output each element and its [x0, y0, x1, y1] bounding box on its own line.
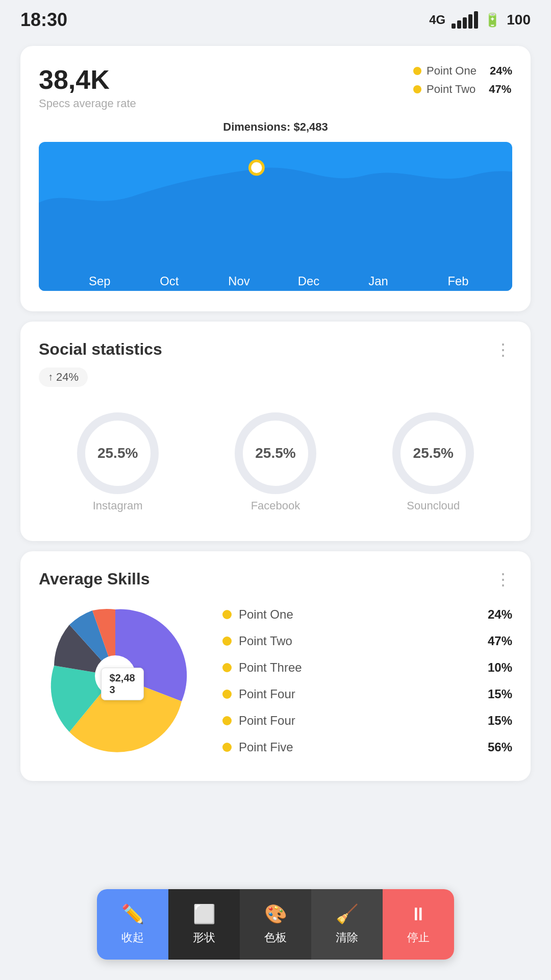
- circle-pct-instagram: 25.5%: [97, 445, 138, 461]
- chart-card: 38,4K Specs average rate Point One 24% P…: [20, 46, 531, 311]
- legend-value-point-one: 24%: [490, 64, 512, 78]
- pie-tooltip: $2,483: [101, 668, 144, 700]
- circle-instagram: 25.5% Instagram: [77, 412, 159, 512]
- circle-facebook: 25.5% Facebook: [235, 412, 316, 512]
- skills-legend-point-three: Point Three 10%: [222, 660, 512, 675]
- skills-dot-point-two: [222, 636, 232, 646]
- svg-text:Oct: Oct: [160, 274, 179, 288]
- skills-dot-point-one: [222, 610, 232, 619]
- eraser-icon: 🧹: [336, 903, 359, 925]
- social-stats-card: Social statistics ⋮ ↑ 24% 25.5% Instagra…: [20, 322, 531, 541]
- battery-percent: 100: [507, 12, 531, 28]
- wave-chart: Sep Oct Nov Dec Jan Feb: [39, 142, 512, 291]
- legend-item-point-two: Point Two 47%: [413, 83, 511, 96]
- bottom-toolbar: ✏️ 收起 ⬜ 形状 🎨 色板 🧹 清除 ⏸ 停止: [97, 889, 454, 960]
- skills-dot-point-five: [222, 743, 232, 752]
- skills-legend-point-four-a: Point Four 15%: [222, 687, 512, 701]
- chart-subtitle: Specs average rate: [39, 97, 136, 110]
- chart-main-info: 38,4K Specs average rate: [39, 64, 136, 110]
- social-title: Social statistics: [39, 340, 162, 359]
- social-badge: ↑ 24%: [39, 368, 88, 387]
- circle-label-instagram: Instagram: [93, 499, 143, 512]
- circle-pct-soundcloud: 25.5%: [413, 445, 454, 461]
- status-bar: 18:30 4G 🔋 100: [0, 0, 551, 36]
- skills-label-point-one: Point One: [239, 607, 481, 622]
- battery-icon: 🔋: [484, 12, 500, 28]
- palette-icon: 🎨: [264, 903, 287, 925]
- skills-more-menu[interactable]: ⋮: [495, 570, 512, 589]
- palette-button[interactable]: 🎨 色板: [240, 889, 311, 960]
- legend-dot-point-two: [413, 85, 421, 93]
- skills-legend: Point One 24% Point Two 47% Point Three …: [222, 607, 512, 754]
- skills-value-point-two: 47%: [488, 634, 512, 648]
- shape-button[interactable]: ⬜ 形状: [168, 889, 240, 960]
- legend-dot-point-one: [413, 67, 421, 75]
- social-badge-value: 24%: [56, 371, 79, 384]
- shape-label: 形状: [193, 930, 215, 945]
- status-right: 4G 🔋 100: [429, 11, 531, 29]
- skills-label-point-two: Point Two: [239, 634, 481, 648]
- collapse-icon: ✏️: [121, 903, 144, 925]
- stop-button[interactable]: ⏸ 停止: [383, 889, 454, 960]
- skills-value-point-five: 56%: [488, 740, 512, 754]
- legend-value-point-two: 47%: [489, 83, 511, 96]
- skills-title-row: Average Skills ⋮: [39, 570, 512, 589]
- skills-label-point-three: Point Three: [239, 660, 481, 675]
- skills-title: Average Skills: [39, 570, 150, 589]
- svg-text:Sep: Sep: [89, 274, 110, 288]
- skills-value-point-four-a: 15%: [488, 687, 512, 701]
- palette-label: 色板: [264, 930, 287, 945]
- status-time: 18:30: [20, 9, 67, 31]
- skills-legend-point-one: Point One 24%: [222, 607, 512, 622]
- skills-value-point-four-b: 15%: [488, 714, 512, 728]
- legend-label-point-one: Point One: [427, 64, 477, 78]
- shape-icon: ⬜: [193, 903, 216, 925]
- svg-text:Dec: Dec: [298, 274, 319, 288]
- legend-item-point-one: Point One 24%: [413, 64, 512, 78]
- skills-dot-point-three: [222, 663, 232, 672]
- skills-label-point-four-a: Point Four: [239, 687, 481, 701]
- circle-ring-facebook: 25.5%: [235, 412, 316, 494]
- circle-soundcloud: 25.5% Souncloud: [392, 412, 474, 512]
- skills-label-point-five: Point Five: [239, 740, 481, 754]
- social-more-menu[interactable]: ⋮: [495, 340, 512, 359]
- circle-pct-facebook: 25.5%: [255, 445, 295, 461]
- circle-label-facebook: Facebook: [251, 499, 300, 512]
- svg-text:Feb: Feb: [447, 274, 468, 288]
- clear-label: 清除: [336, 930, 358, 945]
- collapse-label: 收起: [121, 930, 144, 945]
- collapse-button[interactable]: ✏️ 收起: [97, 889, 168, 960]
- circle-label-soundcloud: Souncloud: [407, 499, 460, 512]
- social-circles: 25.5% Instagram 25.5% Facebook 25.5% Sou…: [39, 407, 512, 523]
- stop-label: 停止: [407, 930, 430, 945]
- clear-button[interactable]: 🧹 清除: [311, 889, 383, 960]
- social-title-row: Social statistics ⋮: [39, 340, 512, 359]
- skills-dot-point-four-b: [222, 716, 232, 725]
- skills-label-point-four-b: Point Four: [239, 714, 481, 728]
- svg-text:Jan: Jan: [368, 274, 388, 288]
- skills-legend-point-two: Point Two 47%: [222, 634, 512, 648]
- svg-text:Nov: Nov: [228, 274, 249, 288]
- skills-value-point-one: 24%: [488, 607, 512, 622]
- skills-card: Average Skills ⋮ $2,483: [20, 551, 531, 781]
- pause-icon: ⏸: [409, 903, 428, 925]
- circle-ring-instagram: 25.5%: [77, 412, 159, 494]
- skills-legend-point-four-b: Point Four 15%: [222, 714, 512, 728]
- chart-main-value: 38,4K: [39, 64, 136, 95]
- pie-chart: $2,483: [39, 599, 202, 763]
- signal-icon: [452, 11, 478, 29]
- skills-dot-point-four-a: [222, 690, 232, 699]
- chart-legend: Point One 24% Point Two 47%: [413, 64, 512, 96]
- skills-legend-point-five: Point Five 56%: [222, 740, 512, 754]
- skills-value-point-three: 10%: [488, 660, 512, 675]
- chart-header: 38,4K Specs average rate Point One 24% P…: [39, 64, 512, 110]
- dimension-label: Dimensions: $2,483: [39, 120, 512, 134]
- svg-point-1: [250, 161, 264, 175]
- skills-body: $2,483 Point One 24% Point Two 47% Point…: [39, 599, 512, 763]
- legend-label-point-two: Point Two: [427, 83, 475, 96]
- up-arrow-icon: ↑: [48, 371, 53, 383]
- circle-ring-soundcloud: 25.5%: [392, 412, 474, 494]
- network-type: 4G: [429, 13, 445, 27]
